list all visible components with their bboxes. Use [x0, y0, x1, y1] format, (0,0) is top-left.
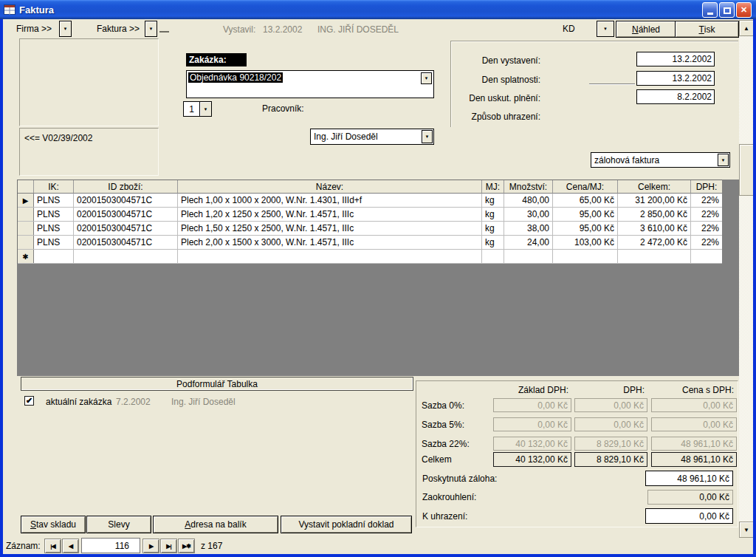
- subform-header[interactable]: Podformulář Tabulka: [21, 377, 413, 391]
- count-combobox[interactable]: 1 ▼: [183, 101, 213, 117]
- table-cell[interactable]: [482, 250, 504, 263]
- vystavit-pokladni-doklad-button[interactable]: Vystavit pokladní doklad: [281, 516, 412, 533]
- maximize-button[interactable]: [719, 2, 735, 18]
- row-selector[interactable]: ▶: [18, 194, 34, 207]
- check-icon: ✔: [26, 396, 32, 405]
- table-cell[interactable]: [178, 250, 482, 263]
- column-header[interactable]: MJ:: [482, 180, 504, 194]
- summary-row-label: Sazba 22%:: [422, 439, 493, 449]
- table-cell[interactable]: 2 850,00 Kč: [618, 208, 691, 221]
- table-cell[interactable]: 3 610,00 Kč: [618, 222, 691, 235]
- den-splatnosti-field[interactable]: 13.2.2002: [636, 71, 715, 86]
- table-cell[interactable]: 24,00: [504, 236, 553, 249]
- table-cell[interactable]: 22%: [691, 236, 722, 249]
- firma-selector[interactable]: Firma >> ▼: [9, 21, 72, 37]
- current-record-input[interactable]: 116: [81, 538, 140, 553]
- next-record-button[interactable]: ▶: [142, 539, 159, 553]
- count-dropdown-button[interactable]: ▼: [199, 101, 212, 117]
- table-cell[interactable]: PLNS: [34, 222, 74, 235]
- table-cell[interactable]: 02001503004571C: [74, 194, 178, 207]
- title-bar[interactable]: Faktura ✕: [0, 0, 756, 19]
- column-header[interactable]: IK:: [34, 180, 74, 194]
- table-cell[interactable]: kg: [482, 194, 504, 207]
- table-cell[interactable]: 95,00 Kč: [553, 222, 618, 235]
- zaokrouhleni-row: Zaokrouhlení: 0,00 Kč: [422, 490, 733, 505]
- table-cell[interactable]: 02001503004571C: [74, 236, 178, 249]
- first-record-button[interactable]: |◀: [44, 539, 61, 553]
- scrollbar-thumb[interactable]: [739, 144, 753, 196]
- faktura-dropdown-button[interactable]: ▼: [145, 21, 157, 37]
- row-selector-header[interactable]: [18, 180, 34, 194]
- table-cell[interactable]: 480,00: [504, 194, 553, 207]
- table-cell[interactable]: 38,00: [504, 222, 553, 235]
- column-header[interactable]: Název:: [178, 180, 482, 194]
- table-cell[interactable]: [34, 250, 74, 263]
- summary-value-field: 40 132,00 Kč: [493, 437, 571, 451]
- table-cell[interactable]: Plech 1,00 x 1000 x 2000, W.Nr. 1.4301, …: [178, 194, 482, 207]
- column-header[interactable]: Cena/MJ:: [553, 180, 618, 194]
- firma-dropdown-button[interactable]: ▼: [59, 21, 72, 37]
- table-cell[interactable]: [618, 250, 691, 263]
- table-cell[interactable]: PLNS: [34, 236, 74, 249]
- table-cell[interactable]: Plech 1,20 x 1250 x 2500, W.Nr. 1.4571, …: [178, 208, 482, 221]
- table-cell[interactable]: 65,00 Kč: [553, 194, 618, 207]
- table-cell[interactable]: PLNS: [34, 208, 74, 221]
- zakazka-dropdown-button[interactable]: ▼: [421, 72, 432, 84]
- table-cell[interactable]: 02001503004571C: [74, 222, 178, 235]
- column-header[interactable]: DPH:: [691, 180, 722, 194]
- pracovnik-combobox[interactable]: Ing. Jiří Doseděl ▼: [310, 129, 434, 145]
- zaloha-field[interactable]: 48 961,10 Kč: [645, 471, 733, 486]
- zpusob-combobox[interactable]: zálohová faktura ▼: [591, 152, 730, 168]
- column-header[interactable]: Množství:: [504, 180, 553, 194]
- close-button[interactable]: ✕: [736, 2, 752, 18]
- stav-skladu-button[interactable]: Stav skladu: [21, 516, 86, 533]
- slevy-button[interactable]: Slevy: [86, 516, 151, 533]
- kd-dropdown-button[interactable]: ▼: [597, 21, 614, 37]
- tisk-button[interactable]: Tisk: [675, 21, 739, 38]
- table-cell[interactable]: Plech 1,50 x 1250 x 2500, W.Nr. 1.4571, …: [178, 222, 482, 235]
- table-cell[interactable]: 30,00: [504, 208, 553, 221]
- zpusob-dropdown-button[interactable]: ▼: [718, 154, 729, 166]
- row-selector[interactable]: [18, 222, 34, 235]
- table-cell[interactable]: [504, 250, 553, 263]
- table-cell[interactable]: 22%: [691, 222, 722, 235]
- vertical-scrollbar[interactable]: ▲ ▼: [739, 20, 753, 538]
- adresa-na-balik-button[interactable]: Adresa na balík: [153, 516, 278, 533]
- table-cell[interactable]: [691, 250, 722, 263]
- den-plneni-field[interactable]: 8.2.2002: [636, 89, 715, 104]
- last-record-button[interactable]: ▶|: [160, 539, 177, 553]
- row-selector[interactable]: [18, 236, 34, 249]
- table-cell[interactable]: 22%: [691, 194, 722, 207]
- den-vystaveni-field[interactable]: 13.2.2002: [636, 52, 715, 66]
- faktura-selector[interactable]: Faktura >> ▼: [92, 21, 157, 37]
- row-selector[interactable]: [18, 208, 34, 221]
- zakazka-combobox[interactable]: Objednávka 90218/202 ▼: [186, 70, 434, 98]
- summary-value-field: 0,00 Kč: [493, 417, 571, 431]
- table-cell[interactable]: 22%: [691, 208, 722, 221]
- table-cell[interactable]: [74, 250, 178, 263]
- column-header[interactable]: ID zboží:: [74, 180, 178, 194]
- nahled-button[interactable]: Náhled: [616, 21, 676, 38]
- pracovnik-dropdown-button[interactable]: ▼: [422, 130, 433, 143]
- column-header[interactable]: Celkem:: [618, 180, 691, 194]
- table-cell[interactable]: PLNS: [34, 194, 74, 207]
- reference-panel: <<= V02/39/2002: [19, 128, 159, 176]
- table-cell[interactable]: kg: [482, 208, 504, 221]
- scroll-up-button[interactable]: ▲: [739, 20, 753, 36]
- new-row-selector[interactable]: ✱: [18, 250, 34, 263]
- table-cell[interactable]: kg: [482, 236, 504, 249]
- aktualni-zakazka-checkbox[interactable]: ✔: [24, 396, 34, 406]
- scroll-down-button[interactable]: ▼: [739, 522, 753, 538]
- table-cell[interactable]: kg: [482, 222, 504, 235]
- minimize-button[interactable]: [702, 2, 718, 18]
- table-cell[interactable]: 02001503004571C: [74, 208, 178, 221]
- table-cell[interactable]: 103,00 Kč: [553, 236, 618, 249]
- table-cell[interactable]: 31 200,00 Kč: [618, 194, 691, 207]
- table-cell[interactable]: [553, 250, 618, 263]
- new-record-button[interactable]: ▶✱: [178, 539, 195, 553]
- table-cell[interactable]: 95,00 Kč: [553, 208, 618, 221]
- previous-record-button[interactable]: ◀: [62, 539, 79, 553]
- k-uhrazeni-field[interactable]: 0,00 Kč: [645, 508, 733, 524]
- table-cell[interactable]: 2 472,00 Kč: [618, 236, 691, 249]
- table-cell[interactable]: Plech 2,00 x 1500 x 3000, W.Nr. 1.4571, …: [178, 236, 482, 249]
